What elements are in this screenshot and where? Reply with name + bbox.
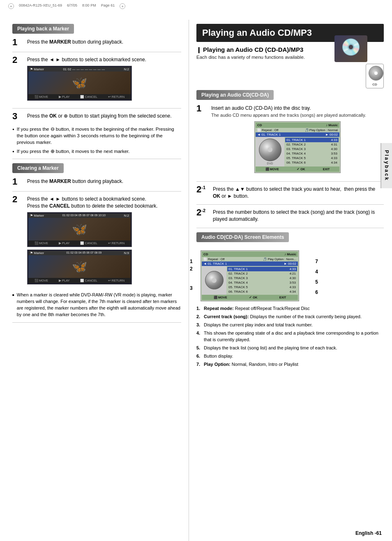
- track-5-name-2: 05. TRACK 5: [228, 285, 248, 289]
- legend-3: 3. Displays the current play index and t…: [196, 322, 384, 328]
- cdda-step-21-content: Press the ▲▼ buttons to select the track…: [213, 186, 384, 200]
- legend-num-5: 5.: [196, 345, 204, 351]
- legend-5: 5. Displays the track list (song list) a…: [196, 345, 384, 351]
- callout-7: 7: [315, 259, 318, 264]
- callout-3: 3: [190, 285, 193, 291]
- track-6-time-2: 4:34: [289, 290, 296, 294]
- marker-footer-after: ⬛ MOVE ▶ PLAY ⬜ CANCEL ↩ RETURN: [28, 278, 131, 283]
- legend-num-4: 4.: [196, 330, 204, 343]
- section-screen-elements: Audio CD(CD-DA) Screen Elements 1 2 3 7 …: [196, 232, 384, 368]
- track-1-name: 01. TRACK 1: [286, 138, 306, 142]
- marker-numbers-b: 01 02 03 04 05 06 07 08 09 10:10: [62, 214, 106, 217]
- cd-play-option: 🎵 Play Option : Normal: [305, 128, 338, 132]
- track-5-time-2: 4:33: [289, 285, 296, 289]
- cd-track-6: 06. TRACK 6 4:34: [285, 160, 339, 165]
- cd-screen-subheader-2: ⬜ Repeat : Off 🎵 Play Option : Norm...: [202, 257, 298, 261]
- cd-play-option-2: 🎵 Play Option : Norm...: [263, 257, 296, 261]
- legend-num-1: 1.: [196, 305, 204, 312]
- cd-track-5: 05. TRACK 5 4:33: [285, 156, 339, 160]
- play-a: ▶ PLAY: [59, 279, 70, 282]
- cdda-step-21: 2-1 Press the ▲▼ buttons to select the t…: [196, 186, 384, 200]
- footer-exit-2: EXIT: [279, 296, 286, 299]
- clear-step-num-2: 2: [12, 195, 24, 204]
- callout-2: 2: [190, 266, 193, 272]
- file-info: 00842A-R125-XEU_51-69: [19, 3, 62, 9]
- track-6-name-2: 06. TRACK 6: [228, 290, 248, 294]
- cd-screen-subheader: ⬜ Repeat : Off 🎵 Play Option : Normal: [256, 128, 339, 132]
- step-1-content: Press the MARKER button during playback.: [27, 39, 181, 46]
- footer-move-2: ⬛ MOVE: [214, 296, 227, 299]
- cd-track-3: 03. TRACK 3 4:30: [285, 147, 339, 151]
- track-6-name: 06. TRACK 6: [286, 161, 306, 164]
- cancel-a: ⬜ CANCEL: [80, 279, 97, 282]
- track-2-time-2: 4:21: [289, 272, 296, 275]
- divider-2: [12, 108, 181, 109]
- legend-2: 2. Current track (song): Displays the nu…: [196, 314, 384, 320]
- sq-bullet-1: When a marker is cleared while DVD-RAM/-…: [12, 292, 181, 318]
- divider-1: [12, 52, 181, 52]
- butterfly-icon: 🦋: [72, 76, 87, 90]
- cd-track-highlight-2: ◄ 01. TRACK 1 ► 00:02: [202, 261, 298, 266]
- cd-disc-visual: [259, 139, 281, 161]
- cd-highlight-time: ► 00:02: [325, 133, 338, 136]
- screen-elements-legend: 1. Repeat mode: Repeat off/Repeat Track/…: [196, 305, 384, 368]
- marker-label-a: ⚑ Marker: [30, 251, 44, 255]
- file-time: 8:00 PM: [82, 3, 96, 9]
- clearing-sq-bullets: When a marker is cleared while DVD-RAM/-…: [12, 292, 181, 318]
- cd-label: CD: [369, 83, 381, 86]
- footer-exit: EXIT: [323, 167, 330, 171]
- marker-n-a: N:9: [124, 251, 129, 255]
- cdda-step-21-text: Press the ▲▼ buttons to select the track…: [213, 186, 375, 199]
- cd-track-3-2: 03. TRACK 3 4:30: [227, 276, 297, 280]
- cd-cover-image: 💿: [334, 35, 367, 62]
- crosshair-icon: +: [8, 3, 14, 9]
- cd-repeat-2: ⬜ Repeat : Off: [203, 257, 224, 261]
- legend-text-3: Displays the current play index and tota…: [204, 322, 313, 328]
- legend-7: 7. Play Option: Normal, Random, Intro or…: [196, 361, 384, 368]
- step-3-content: Press the OK or ⊕ button to start playin…: [27, 113, 181, 120]
- section-cd-da: Playing an Audio CD(CD-DA) 1 Insert an a…: [196, 90, 384, 223]
- marker-screen-before: ⚑ Marker 01 02 03 04 05 06 07 08 09 10:1…: [27, 212, 132, 247]
- marker-label-b: ⚑ Marker: [30, 214, 44, 217]
- track-1-time: 4:33: [331, 138, 337, 142]
- bullet-1-text: If you press the ⊖ button, it moves to t…: [17, 126, 181, 146]
- dvd-label: DVD: [259, 162, 281, 165]
- section-playing-back-marker: Playing back a Marker 1 Press the MARKER…: [12, 24, 181, 155]
- step-num-1: 1: [12, 38, 24, 47]
- cd-screen-body-2: 01. TRACK 1 4:33 02. TRACK 2 4:21 03. TR…: [202, 266, 298, 295]
- marker-screen-1: ⚑ Marker 01 02 — — — — — — — — N:2 🦋 ⬛ M…: [27, 66, 132, 101]
- cd-icon-area: CD: [196, 64, 384, 88]
- move-a: ⬛ MOVE: [35, 279, 48, 282]
- legend-text-5: Displays the track list (song list) and …: [204, 345, 337, 351]
- playback-label: Playback: [384, 150, 390, 181]
- cdda-step-1-text: Insert an audio CD (CD-DA) into the disc…: [211, 105, 366, 118]
- footer-ok: ✓ OK: [297, 167, 305, 171]
- cd-disc-visual-2: [205, 271, 224, 289]
- legend-text-2: Current track (song): Displays the numbe…: [204, 314, 362, 320]
- play-btn: ▶ PLAY: [59, 95, 70, 99]
- step-2-playback: 2 Press the ◄ ► buttons to select a book…: [12, 56, 181, 103]
- sq-bullet-1-text: When a marker is cleared while DVD-RAM/-…: [17, 292, 181, 318]
- marker-screen-img: 🦋: [28, 72, 131, 94]
- cd-track-list: 01. TRACK 1 4:33 02. TRACK 2 4:31 03. TR…: [284, 137, 339, 166]
- section-banner-playing-back: Playing back a Marker: [12, 24, 74, 34]
- marker-numbers: 01 02 — — — — — — — —: [63, 67, 105, 71]
- clear-step-2-content: Press the ◄ ► buttons to select a bookma…: [27, 196, 181, 287]
- step-2-text: Press the ◄ ► buttons to select a bookma…: [27, 57, 146, 62]
- bullet-1: If you press the ⊖ button, it moves to t…: [12, 126, 181, 146]
- section-clearing-marker: Clearing a Marker 1 Press the MARKER but…: [12, 163, 181, 318]
- cdda-step-1: 1 Insert an audio CD (CD-DA) into the di…: [196, 105, 384, 176]
- section-divider: [12, 159, 181, 159]
- marker-img-before: 🦋: [28, 218, 131, 240]
- track-4-time-2: 3:53: [289, 281, 296, 284]
- cdda-step-num-21: 2-1: [196, 185, 210, 194]
- cdda-step-num-22: 2-2: [196, 208, 210, 217]
- bottom-divider-left: [12, 322, 181, 323]
- move-btn: ⬛ MOVE: [35, 95, 48, 99]
- return-btn: ↩ RETURN: [108, 95, 125, 99]
- marker-screen-after: ⚑ Marker 01 02 03 04 05 06 07 08 09 N:9 …: [27, 250, 132, 284]
- cd-screen-footer: ⬛ MOVE ✓ OK EXIT: [256, 166, 339, 172]
- legend-text-7: Play Option: Normal, Random, Intro or Pl…: [204, 361, 298, 368]
- track-3-time: 4:30: [331, 147, 337, 151]
- file-header: + 00842A-R125-XEU_51-69 6/7/05 8:00 PM P…: [8, 3, 125, 9]
